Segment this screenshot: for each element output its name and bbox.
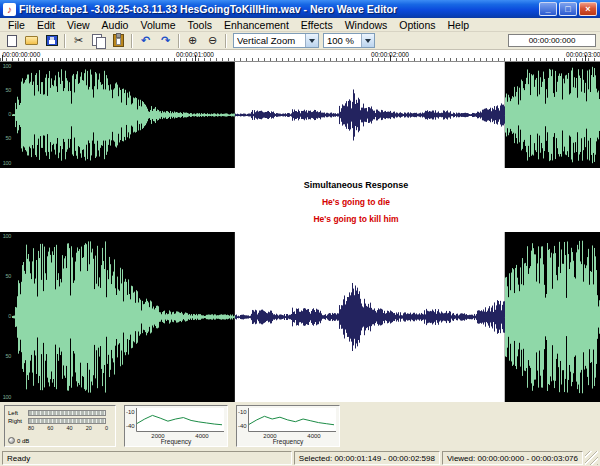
meter-scale-label-60: 60 — [47, 426, 53, 432]
menu-options[interactable]: Options — [393, 19, 441, 31]
annotation-line-2: He's going to kill him — [238, 214, 474, 224]
spectrum-canvas-right — [248, 408, 336, 432]
right-channel-pane: 10050050100 — [0, 232, 600, 402]
ruler-time-label: 00:00:02:000 — [371, 51, 409, 58]
toolbar-buttons: ✂↶↷⊕⊖ — [2, 33, 229, 49]
minimize-button[interactable]: _ — [539, 2, 557, 16]
volume-knob[interactable] — [8, 437, 15, 444]
save-button[interactable] — [42, 33, 61, 49]
time-ruler[interactable]: 00:00:00:00000:00:01:00000:00:02:00000:0… — [0, 50, 600, 62]
meter-right-label: Right — [8, 418, 25, 424]
open-folder-icon — [25, 36, 38, 45]
status-ready: Ready — [2, 451, 292, 465]
meter-scale: 806040200 — [28, 426, 108, 432]
spectrum-panel-left: -10 -40 2000 4000 Frequency — [124, 405, 228, 447]
meter-right-bar — [28, 418, 106, 424]
menu-enhancement[interactable]: Enhancement — [218, 19, 295, 31]
undo-button[interactable]: ↶ — [136, 33, 155, 49]
nero-wave-editor-window: ♪ Filtered-tape1 -3.08.25-to3.11.33 HesG… — [0, 0, 600, 466]
chevron-down-icon[interactable] — [361, 34, 374, 47]
waveform-right-channel[interactable] — [12, 232, 600, 402]
zoom-percent-value: 100 % — [327, 35, 361, 46]
waveform-left-channel[interactable] — [12, 62, 600, 168]
resize-grip[interactable] — [585, 451, 598, 465]
redo-button[interactable]: ↷ — [156, 33, 175, 49]
annotation-title: Simultaneous Response — [238, 180, 474, 190]
toolbar-separator — [225, 34, 227, 48]
toolbar-separator — [178, 34, 180, 48]
title-bar[interactable]: ♪ Filtered-tape1 -3.08.25-to3.11.33 HesG… — [0, 0, 600, 18]
close-button[interactable]: × — [579, 2, 597, 16]
annotation-overlay: Simultaneous Response He's going to die … — [238, 180, 474, 224]
vscale-label-100: 100 — [3, 234, 11, 240]
spectrum-y-bottom-label: -40 — [238, 423, 247, 429]
zoom-in-icon: ⊕ — [188, 35, 197, 46]
menu-view[interactable]: View — [61, 19, 96, 31]
meter-scale-label-80: 80 — [28, 426, 34, 432]
spectrum-frequency-label: Frequency — [237, 438, 339, 445]
redo-icon: ↷ — [161, 35, 170, 46]
menu-file[interactable]: File — [2, 19, 31, 31]
toolbar: ✂↶↷⊕⊖ Vertical Zoom 100 % 00:00:00:000 — [0, 32, 600, 50]
spectrum-canvas-left — [136, 408, 224, 432]
zoom-out-button[interactable]: ⊖ — [203, 33, 222, 49]
window-title: Filtered-tape1 -3.08.25-to3.11.33 HesGoi… — [19, 3, 536, 15]
chevron-down-icon[interactable] — [305, 34, 318, 47]
meter-db-label: 0 dB — [17, 438, 29, 444]
menu-tools[interactable]: Tools — [181, 19, 218, 31]
left-channel-scale: 10050050100 — [0, 62, 12, 168]
toolbar-separator — [64, 34, 66, 48]
menu-edit[interactable]: Edit — [31, 19, 61, 31]
zoom-in-button[interactable]: ⊕ — [183, 33, 202, 49]
meter-scale-label-20: 20 — [86, 426, 92, 432]
vscale-label-0: 0 — [8, 314, 11, 320]
ruler-ticks — [0, 58, 600, 61]
cut-icon: ✂ — [74, 35, 83, 46]
app-icon: ♪ — [3, 3, 16, 16]
spectrum-frequency-label: Frequency — [125, 438, 227, 445]
undo-icon: ↶ — [141, 35, 150, 46]
ruler-time-label: 00:00:00:000 — [2, 51, 40, 58]
vscale-label-50: 50 — [5, 88, 11, 94]
ruler-time-label: 00:00:03:000 — [566, 51, 600, 58]
status-selected-range: Selected: 00:00:01:149 - 00:00:02:598 — [294, 451, 440, 465]
paste-button[interactable] — [109, 33, 128, 49]
menu-audio[interactable]: Audio — [96, 19, 135, 31]
annotation-line-1: He's going to die — [238, 197, 474, 207]
vscale-label-100: 100 — [3, 64, 11, 70]
vscale-label-100: 100 — [3, 161, 11, 167]
menu-effects[interactable]: Effects — [295, 19, 339, 31]
copy-button[interactable] — [89, 33, 108, 49]
vscale-label-50: 50 — [5, 354, 11, 360]
ruler-time-label: 00:00:01:000 — [176, 51, 214, 58]
menu-help[interactable]: Help — [442, 19, 476, 31]
spectrum-panel-right: -10 -40 2000 4000 Frequency — [236, 405, 340, 447]
vscale-label-100: 100 — [3, 395, 11, 401]
new-file-icon — [7, 35, 17, 47]
maximize-button[interactable]: □ — [559, 2, 577, 16]
meter-left-label: Left — [8, 410, 25, 416]
zoom-out-icon: ⊖ — [208, 35, 217, 46]
vertical-zoom-value: Vertical Zoom — [237, 35, 305, 46]
meter-left-bar — [28, 410, 106, 416]
open-folder-button[interactable] — [22, 33, 41, 49]
status-bar: Ready Selected: 00:00:01:149 - 00:00:02:… — [0, 450, 600, 466]
vertical-zoom-select[interactable]: Vertical Zoom — [233, 33, 319, 48]
meter-scale-label-40: 40 — [66, 426, 72, 432]
paste-icon — [113, 34, 124, 47]
new-file-button[interactable] — [2, 33, 21, 49]
cut-button[interactable]: ✂ — [69, 33, 88, 49]
spectrum-y-top-label: -10 — [126, 409, 135, 415]
copy-icon — [92, 34, 105, 47]
toolbar-separator — [131, 34, 133, 48]
meter-scale-label-0: 0 — [105, 426, 108, 432]
zoom-percent-select[interactable]: 100 % — [323, 33, 375, 48]
left-channel-pane: 10050050100 — [0, 62, 600, 168]
vscale-label-50: 50 — [5, 136, 11, 142]
spectrum-y-bottom-label: -40 — [126, 423, 135, 429]
vscale-label-50: 50 — [5, 274, 11, 280]
save-icon — [46, 35, 58, 46]
menu-volume[interactable]: Volume — [134, 19, 181, 31]
time-display: 00:00:00:000 — [508, 34, 596, 47]
menu-windows[interactable]: Windows — [339, 19, 394, 31]
